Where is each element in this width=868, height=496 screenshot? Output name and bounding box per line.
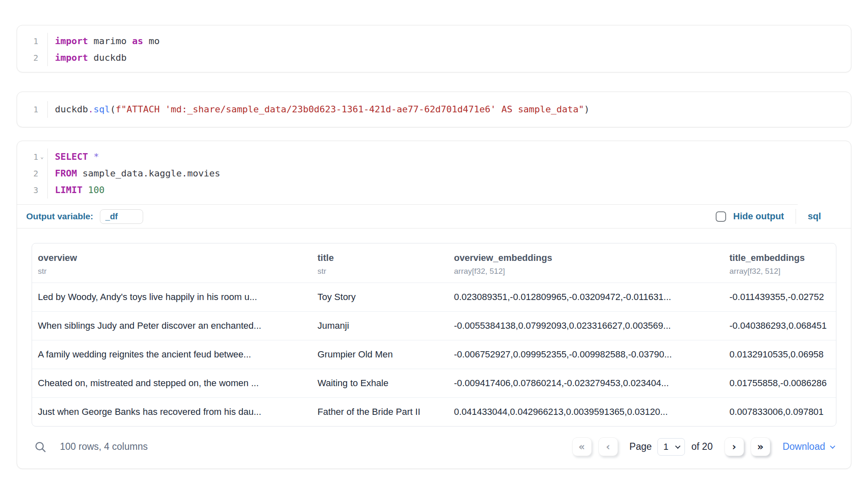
table-row: Led by Woody, Andy's toys live happily i… [32,283,836,312]
table-cell: 0.041433044,0.042966213,0.0039591365,0.0… [454,398,729,427]
download-label: Download [783,441,825,452]
code-editor[interactable]: 1import marimo as mo2import duckdb [17,25,851,72]
code-editor[interactable]: 1duckdb.sql(f"ATTACH 'md:_share/sample_d… [17,92,851,127]
table-cell: 0.007833006,0.097801 [729,398,836,427]
code-line: 2FROM sample_data.kaggle.movies [17,165,851,182]
table-cell: Led by Woody, Andy's toys live happily i… [32,283,317,312]
code-text: FROM sample_data.kaggle.movies [48,165,220,182]
code-line: 1⌄SELECT * [17,149,851,165]
table-footer-left: 100 rows, 4 columns [34,441,148,453]
table-row: A family wedding reignites the ancient f… [32,340,836,369]
fold-chevron-icon[interactable]: ⌄ [38,149,46,165]
code-text: duckdb.sql(f"ATTACH 'md:_share/sample_da… [48,101,590,118]
cell-output: overviewstrtitlestroverview_embeddingsar… [17,228,851,469]
column-type: array[f32, 512] [454,267,719,276]
first-page-button[interactable]: « [572,437,592,456]
column-name: overview [38,253,308,263]
column-name: title [317,253,444,263]
column-header-overview[interactable]: overviewstr [32,243,317,283]
next-page-button[interactable]: › [724,437,744,456]
search-icon [34,441,47,453]
code-line: 3LIMIT 100 [17,182,851,198]
table-cell: Waiting to Exhale [317,369,454,398]
chevron-down-icon [675,444,680,449]
table-cell: Grumpier Old Men [317,340,454,369]
last-page-button[interactable]: » [751,437,770,456]
column-type: str [317,267,444,276]
line-number: 1 [17,33,48,50]
dataframe-table: overviewstrtitlestroverview_embeddingsar… [32,243,836,426]
output-variable-input[interactable] [100,209,143,224]
code-cell-attach: 1duckdb.sql(f"ATTACH 'md:_share/sample_d… [17,92,851,127]
table-row: Cheated on, mistreated and stepped on, t… [32,369,836,398]
table-footer: 100 rows, 4 columns « ‹ Page 1 of 20 › »… [32,427,836,457]
column-name: title_embeddings [729,253,836,263]
column-header-overview_embeddings[interactable]: overview_embeddingsarray[f32, 512] [454,243,729,283]
sql-cell: 1⌄SELECT *2FROM sample_data.kaggle.movie… [17,141,851,469]
table-cell: 0.01755858,-0.0086286 [729,369,836,398]
table-row: Just when George Banks has recovered fro… [32,398,836,427]
code-text: import duckdb [48,50,126,66]
pagination: « ‹ Page 1 of 20 › » Download [565,437,834,456]
prev-page-button[interactable]: ‹ [598,437,618,456]
line-number: 1 [17,101,48,118]
code-line: 1import marimo as mo [17,33,851,50]
line-number: 2 [17,165,48,182]
table-cell: -0.011439355,-0.02752 [729,283,836,312]
notebook-page: 1import marimo as mo2import duckdb 1duck… [0,25,868,469]
table-cell: Toy Story [317,283,454,312]
table-cell: -0.009417406,0.07860214,-0.023279453,0.0… [454,369,729,398]
sql-cell-toolbar-right: Hide output sql [716,209,827,224]
code-editor[interactable]: 1⌄SELECT *2FROM sample_data.kaggle.movie… [17,141,851,204]
table-cell: Just when George Banks has recovered fro… [32,398,317,427]
line-number: 1⌄ [17,149,48,165]
table-row: When siblings Judy and Peter discover an… [32,312,836,340]
sql-cell-toolbar: Output variable: Hide output sql [17,205,851,228]
line-number: 3 [17,182,48,198]
output-variable-group: Output variable: [26,209,143,224]
page-select[interactable]: 1 [657,438,684,456]
hide-output-label: Hide output [733,211,784,222]
code-cell-imports: 1import marimo as mo2import duckdb [17,25,851,72]
code-text: LIMIT 100 [48,182,104,198]
table-cell: -0.040386293,0.068451 [729,312,836,340]
column-header-title_embeddings[interactable]: title_embeddingsarray[f32, 512] [729,243,836,283]
output-variable-label: Output variable: [26,211,93,221]
table-header-row: overviewstrtitlestroverview_embeddingsar… [32,243,836,283]
toolbar-divider [796,209,796,224]
table-cell: 0.023089351,-0.012809965,-0.03209472,-0.… [454,283,729,312]
table-body: Led by Woody, Andy's toys live happily i… [32,283,836,427]
code-text: SELECT * [48,149,99,165]
table-cell: When siblings Judy and Peter discover an… [32,312,317,340]
code-line: 1duckdb.sql(f"ATTACH 'md:_share/sample_d… [17,101,851,118]
column-type: array[f32, 512] [729,267,836,276]
language-badge-sql[interactable]: sql [808,211,827,222]
search-button[interactable] [34,441,47,453]
column-type: str [38,267,308,276]
table-cell: Father of the Bride Part II [317,398,454,427]
code-line: 2import duckdb [17,50,851,66]
page-label: Page [630,441,652,452]
hide-output-checkbox[interactable] [716,211,726,222]
code-text: import marimo as mo [48,33,160,50]
dataframe-table-card: overviewstrtitlestroverview_embeddingsar… [32,243,836,427]
chevron-down-icon [830,444,836,449]
row-count-summary: 100 rows, 4 columns [60,441,148,452]
table-cell: A family wedding reignites the ancient f… [32,340,317,369]
table-cell: 0.0132910535,0.06958 [729,340,836,369]
download-button[interactable]: Download [783,441,834,452]
page-select-value: 1 [663,441,668,452]
hide-output-toggle[interactable]: Hide output [716,211,784,222]
table-cell: Cheated on, mistreated and stepped on, t… [32,369,317,398]
table-cell: Jumanji [317,312,454,340]
table-cell: -0.0055384138,0.07992093,0.023316627,0.0… [454,312,729,340]
page-count-label: of 20 [692,441,713,452]
column-name: overview_embeddings [454,253,719,263]
column-header-title[interactable]: titlestr [317,243,454,283]
table-cell: -0.006752927,0.099952355,-0.009982588,-0… [454,340,729,369]
line-number: 2 [17,50,48,66]
